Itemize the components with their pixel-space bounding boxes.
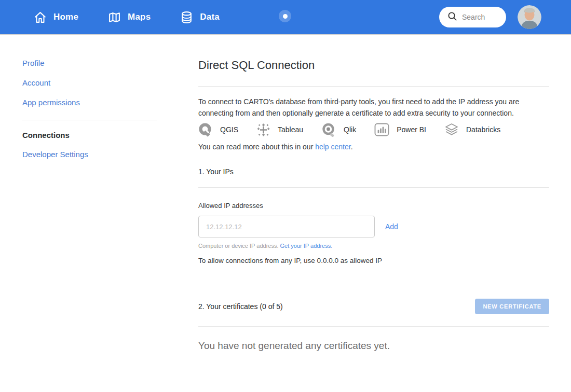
notification-beacon[interactable] [279, 10, 291, 22]
main-content: Direct SQL Connection To connect to CART… [198, 34, 571, 352]
add-ip-button[interactable]: Add [385, 222, 398, 231]
help-line-suffix: . [351, 143, 353, 151]
ip-address-input[interactable] [198, 216, 375, 237]
section-heading-your-ips: 1. Your IPs [198, 167, 549, 176]
power-bi-icon [374, 123, 389, 136]
search-box[interactable] [439, 7, 506, 27]
nav-item-home[interactable]: Home [34, 11, 78, 24]
beacon-dot-icon [283, 14, 288, 19]
qgis-icon [198, 122, 213, 137]
tool-label: Databricks [466, 125, 500, 134]
tool-tableau: Tableau [256, 122, 303, 137]
map-icon [108, 11, 121, 24]
sidebar-item-app-permissions[interactable]: App permissions [22, 98, 157, 107]
sidebar-item-profile[interactable]: Profile [22, 59, 157, 67]
get-ip-address-link[interactable]: Get your IP address. [280, 243, 333, 249]
tool-qlik: Qlik [321, 122, 356, 137]
ip-helper-prefix: Computer or device IP address. [198, 243, 280, 249]
nav-item-label: Home [53, 12, 78, 22]
tool-label: QGIS [220, 125, 238, 134]
home-icon [34, 11, 47, 24]
databricks-icon [444, 123, 459, 136]
intro-text: To connect to CARTO's database from thir… [198, 96, 549, 119]
search-input[interactable] [462, 13, 502, 21]
tool-qgis: QGIS [198, 122, 238, 137]
nav-item-label: Data [200, 12, 220, 22]
ip-helper-text: Computer or device IP address. Get your … [198, 243, 549, 249]
ip-input-row: Add [198, 216, 549, 237]
tool-label: Tableau [278, 125, 303, 134]
database-icon [180, 11, 193, 24]
sidebar-item-developer-settings[interactable]: Developer Settings [22, 150, 157, 159]
page-body: Profile Account App permissions Connecti… [0, 34, 571, 352]
qlik-icon [321, 122, 336, 137]
new-certificate-button[interactable]: NEW CERTIFICATE [475, 299, 549, 314]
allowed-ip-label: Allowed IP addresses [198, 202, 549, 209]
tool-label: Power BI [397, 125, 426, 134]
help-line: You can read more about this in our help… [198, 143, 549, 151]
help-center-link[interactable]: help center [315, 143, 351, 151]
ips-divider [198, 187, 549, 188]
page-title: Direct SQL Connection [198, 57, 549, 74]
help-line-prefix: You can read more about this in our [198, 143, 315, 151]
nav-item-data[interactable]: Data [180, 11, 220, 24]
tableau-icon [256, 123, 270, 137]
avatar-photo [518, 5, 541, 29]
top-nav: Home Maps Data [0, 0, 571, 34]
title-divider [198, 86, 549, 87]
search-icon [447, 11, 457, 23]
tool-power-bi: Power BI [374, 122, 426, 137]
certificates-divider [198, 326, 549, 327]
sidebar-divider [22, 120, 157, 120]
tool-databricks: Databricks [444, 122, 500, 137]
sidebar-section-connections: Connections [22, 131, 157, 139]
certificates-header-row: 2. Your certificates (0 of 5) NEW CERTIF… [198, 299, 549, 314]
tool-logos-row: QGIS Tableau [198, 122, 549, 137]
sidebar-item-account[interactable]: Account [22, 78, 157, 87]
tool-label: Qlik [344, 125, 356, 134]
settings-sidebar: Profile Account App permissions Connecti… [0, 34, 198, 159]
nav-item-maps[interactable]: Maps [108, 11, 151, 24]
certificates-empty-state: You have not generated any certificates … [198, 340, 549, 352]
nav-item-label: Maps [128, 12, 151, 22]
section-heading-certificates: 2. Your certificates (0 of 5) [198, 302, 283, 311]
user-avatar[interactable] [518, 5, 541, 29]
any-ip-note: To allow connections from any IP, use 0.… [198, 257, 549, 264]
